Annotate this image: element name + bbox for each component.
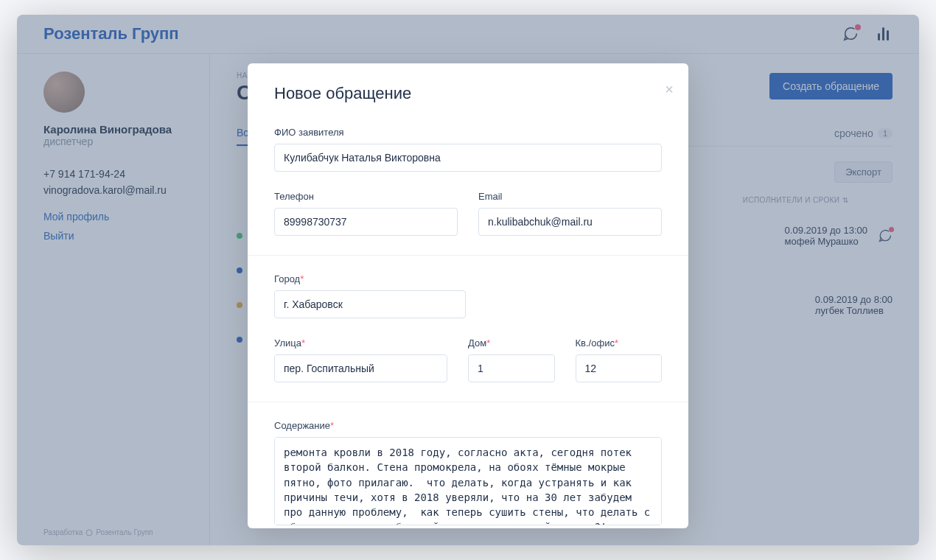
divider [248,402,688,402]
modal-title: Новое обращение [274,84,662,103]
phone-label: Телефон [274,191,458,202]
modal-overlay[interactable]: Новое обращение × ФИО заявителя Телефон … [17,15,919,545]
street-label: Улица* [274,337,447,349]
phone-input[interactable] [274,208,458,236]
house-input[interactable] [468,354,555,382]
fio-label: ФИО заявителя [274,127,662,138]
house-label: Дом* [468,337,555,349]
content-textarea[interactable] [274,437,662,525]
city-label: Город* [274,273,466,284]
email-label: Email [478,191,662,202]
divider [248,255,688,256]
street-input[interactable] [274,354,447,382]
apt-input[interactable] [576,354,663,382]
content-label: Содержание* [274,420,662,431]
app-frame: Розенталь Групп Каролина Виноградова дис… [17,15,919,545]
city-input[interactable] [274,290,466,318]
fio-input[interactable] [274,144,662,172]
close-icon[interactable]: × [665,81,674,98]
email-input[interactable] [478,208,662,236]
apt-label: Кв./офис* [576,337,663,349]
new-request-modal: Новое обращение × ФИО заявителя Телефон … [248,63,688,528]
